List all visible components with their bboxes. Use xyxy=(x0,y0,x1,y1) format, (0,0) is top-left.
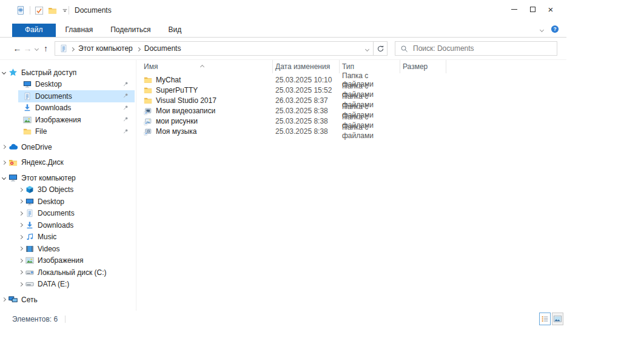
expander-down-icon[interactable] xyxy=(0,176,7,179)
sidebar-item-quick-access-documents[interactable]: Documents xyxy=(0,90,136,102)
sidebar-item-network[interactable]: Сеть xyxy=(0,294,136,306)
document-icon xyxy=(59,44,68,53)
close-button[interactable]: × xyxy=(542,1,560,18)
expander-right-icon[interactable] xyxy=(0,298,7,301)
chevron-right-icon xyxy=(18,282,22,286)
sidebar-item-this-pc-disk-e[interactable]: DATA (E:) xyxy=(0,279,136,291)
up-button[interactable]: ↑ xyxy=(41,41,51,56)
chevron-right-icon[interactable] xyxy=(17,223,24,227)
search-input[interactable]: Поиск: Documents xyxy=(395,41,557,56)
pin-icon xyxy=(123,81,129,87)
sidebar-item-this-pc-3d-objects[interactable]: 3D Objects xyxy=(0,184,136,196)
sidebar-item-label: File xyxy=(35,127,47,136)
pictures-icon xyxy=(25,256,34,265)
search-icon xyxy=(400,45,408,53)
file-row[interactable]: Моя музыка25.03.2025 8:38Папка с файлами xyxy=(136,126,566,136)
chevron-right-icon[interactable] xyxy=(17,271,24,274)
chevron-right-icon xyxy=(18,188,22,192)
sidebar-section-network: Сеть xyxy=(0,294,136,306)
minimize-button[interactable] xyxy=(505,1,523,18)
sidebar-item-this-pc[interactable]: Этот компьютер xyxy=(0,172,136,184)
forward-button[interactable]: → xyxy=(22,41,33,56)
sidebar-item-label: 3D Objects xyxy=(38,185,73,194)
onedrive-icon xyxy=(8,142,18,151)
chevron-right-icon[interactable] xyxy=(17,200,24,203)
ribbon-collapse-button[interactable] xyxy=(540,25,543,33)
download-icon xyxy=(25,221,34,230)
navigation-buttons: ←→↑ xyxy=(12,41,51,56)
tab-share[interactable]: Поделиться xyxy=(102,24,158,37)
tab-file[interactable]: Файл xyxy=(12,24,56,37)
maximize-button[interactable] xyxy=(523,1,542,18)
navigation-pane: Быстрый доступDesktopDocumentsDownloadsИ… xyxy=(0,60,136,311)
file-name-cell: мои рисунки xyxy=(136,117,273,125)
chevron-right-icon xyxy=(18,270,22,274)
expander-right-icon[interactable] xyxy=(0,161,7,164)
pin-icon xyxy=(123,128,129,136)
column-header-size[interactable]: Размер xyxy=(400,60,446,73)
sidebar-item-this-pc-disk-c[interactable]: Локальный диск (C:) xyxy=(0,266,136,279)
minimize-icon xyxy=(511,9,517,10)
sidebar-item-quick-access-desktop[interactable]: Desktop xyxy=(0,79,136,91)
up-arrow-icon: ↑ xyxy=(44,44,48,53)
monitor-icon xyxy=(23,80,32,88)
sidebar-item-yandex-disk[interactable]: Яндекс.Диск xyxy=(0,157,136,169)
breadcrumb-item-documents[interactable]: Documents xyxy=(143,44,183,53)
chevron-right-icon[interactable] xyxy=(17,259,24,262)
sidebar-item-quick-access-file[interactable]: File xyxy=(0,126,136,138)
sidebar-item-label: Яндекс.Диск xyxy=(21,158,64,167)
recent-locations-button[interactable] xyxy=(33,41,41,56)
file-date: 25.03.2025 15:52 xyxy=(273,86,340,94)
music-icon xyxy=(25,233,34,241)
monitor-icon xyxy=(25,197,34,206)
address-dropdown-button[interactable] xyxy=(366,44,369,53)
sidebar-item-this-pc-documents[interactable]: Documents xyxy=(0,208,136,220)
file-type: Папка с файлами xyxy=(340,123,400,140)
sort-ascending-icon xyxy=(201,62,204,70)
main-area: Быстрый доступDesktopDocumentsDownloadsИ… xyxy=(0,60,566,311)
column-header-type[interactable]: Тип xyxy=(340,60,400,73)
expander-right-icon[interactable] xyxy=(0,145,7,148)
sidebar-item-quick-access[interactable]: Быстрый доступ xyxy=(0,67,136,79)
qat-dropdown-icon[interactable] xyxy=(61,7,69,14)
column-header-name[interactable]: Имя xyxy=(136,60,273,73)
expander-down-icon[interactable] xyxy=(0,71,7,74)
folder-icon xyxy=(144,86,152,94)
help-icon[interactable]: ? xyxy=(551,25,559,33)
chevron-right-icon xyxy=(136,47,141,51)
chevron-right-icon[interactable] xyxy=(17,247,24,250)
titlebar-separator xyxy=(69,6,69,15)
column-header-date[interactable]: Дата изменения xyxy=(273,60,340,73)
details-view-button[interactable] xyxy=(539,313,551,325)
chevron-right-icon[interactable] xyxy=(17,188,24,191)
chevron-right-icon[interactable] xyxy=(17,236,24,239)
sidebar-item-quick-access-pictures[interactable]: Изображения xyxy=(0,114,136,126)
check-icon[interactable] xyxy=(35,6,44,15)
address-bar[interactable]: Этот компьютерDocuments xyxy=(55,41,374,56)
sidebar-item-label: Videos xyxy=(38,245,59,253)
folder-icon[interactable] xyxy=(48,6,57,15)
sidebar-item-label: Сеть xyxy=(21,296,38,304)
sidebar-item-this-pc-downloads[interactable]: Downloads xyxy=(0,219,136,231)
sidebar-item-label: Documents xyxy=(38,209,75,217)
ribbon-tabs: ФайлГлавнаяПоделитьсяВид xyxy=(12,24,191,37)
thumbnails-view-button[interactable] xyxy=(552,313,563,325)
tab-home[interactable]: Главная xyxy=(58,24,101,37)
sidebar-item-this-pc-music[interactable]: Music xyxy=(0,231,136,243)
star-icon xyxy=(8,68,18,77)
breadcrumb-item-this-pc[interactable]: Этот компьютер xyxy=(77,44,134,53)
status-bar: Элементов: 6 xyxy=(0,311,566,328)
sidebar-item-this-pc-videos[interactable]: Videos xyxy=(0,243,136,255)
sidebar-item-this-pc-desktop[interactable]: Desktop xyxy=(0,196,136,208)
refresh-button[interactable] xyxy=(374,41,388,56)
chevron-right-icon[interactable] xyxy=(17,212,24,215)
tab-view[interactable]: Вид xyxy=(160,24,189,37)
sidebar-item-this-pc-pictures[interactable]: Изображения xyxy=(0,255,136,267)
file-date: 25.03.2025 8:38 xyxy=(273,127,340,136)
chevron-right-icon[interactable] xyxy=(17,283,24,286)
sidebar-section-quick-access: Быстрый доступDesktopDocumentsDownloadsИ… xyxy=(0,67,136,137)
computer-icon xyxy=(8,173,18,182)
back-button[interactable]: ← xyxy=(12,41,22,56)
sidebar-item-quick-access-downloads[interactable]: Downloads xyxy=(0,102,136,114)
sidebar-item-onedrive[interactable]: OneDrive xyxy=(0,141,136,153)
